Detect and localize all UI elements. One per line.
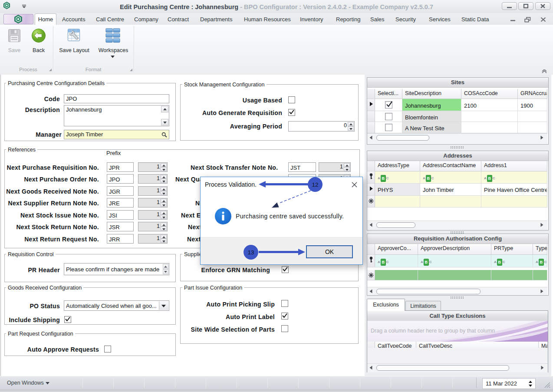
svg-text:13: 13 [247, 249, 254, 256]
svg-text:12: 12 [312, 181, 318, 188]
